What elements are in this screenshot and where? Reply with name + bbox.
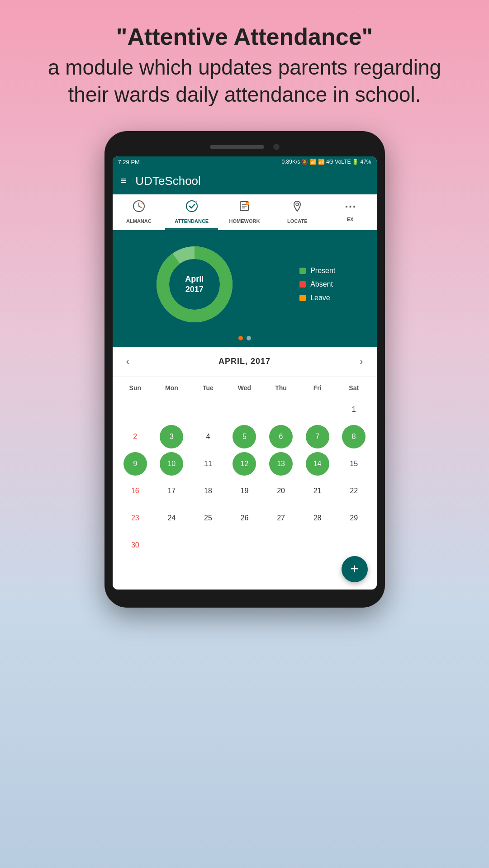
table-row[interactable]: 24 [160, 506, 183, 530]
table-row[interactable]: 6 [269, 425, 293, 448]
status-time: 7:29 PM [118, 159, 140, 165]
legend-leave: Leave [299, 294, 335, 302]
tab-attendance[interactable]: ATTENDANCE [165, 194, 218, 230]
promo-title: "Attentive Attendance" [48, 23, 441, 51]
promo-text-block: "Attentive Attendance" a module which up… [12, 0, 477, 127]
attendance-icon [185, 200, 198, 216]
app-header: ≡ UDTeSchool [113, 168, 377, 194]
calendar-header: ‹ APRIL, 2017 › [113, 347, 377, 377]
locate-icon [291, 200, 304, 216]
table-row[interactable]: 7 [306, 425, 329, 448]
table-row[interactable]: 17 [160, 479, 183, 503]
tab-locate[interactable]: LOCATE [271, 194, 324, 230]
day-tue: Tue [190, 382, 227, 394]
day-mon: Mon [153, 382, 190, 394]
phone-mockup: 7:29 PM 0.89K/s 🔕 📶 📶 4G VoLTE 🔋 47% ≡ U… [104, 131, 385, 608]
dot-1[interactable] [238, 336, 243, 340]
next-month-button[interactable]: › [355, 354, 367, 369]
table-row[interactable]: 20 [269, 479, 293, 503]
tab-almanac[interactable]: ALMANAC [113, 194, 166, 230]
day-wed: Wed [226, 382, 263, 394]
table-row[interactable]: 30 [123, 533, 147, 557]
table-row[interactable]: 8 [342, 425, 366, 448]
day-sat: Sat [336, 382, 372, 394]
table-row[interactable]: 19 [233, 479, 256, 503]
table-row[interactable]: 2 [123, 425, 147, 448]
table-row [123, 398, 147, 421]
table-row[interactable]: 25 [196, 506, 220, 530]
day-fri: Fri [299, 382, 336, 394]
speaker-grille [210, 145, 264, 149]
absent-dot [299, 281, 306, 288]
donut-chart: April 2017 [154, 244, 235, 325]
table-row[interactable]: 21 [306, 479, 329, 503]
tab-homework[interactable]: ✏ HOMEWORK [218, 194, 271, 230]
ex-icon: ⋯ [344, 200, 356, 214]
table-row [160, 533, 183, 557]
table-row[interactable]: 9 [123, 452, 147, 476]
app-title: UDTeSchool [135, 174, 201, 188]
present-label: Present [310, 267, 335, 275]
absent-label: Absent [310, 280, 333, 288]
table-row[interactable]: 4 [196, 425, 220, 448]
table-row [306, 533, 329, 557]
tab-locate-label: LOCATE [287, 218, 307, 224]
table-row [269, 398, 293, 421]
promo-description: a module which updates parents regarding… [48, 54, 441, 108]
tabs-bar: ALMANAC ATTENDANCE [113, 194, 377, 230]
status-right-info: 0.89K/s 🔕 📶 📶 4G VoLTE 🔋 47% [282, 159, 371, 165]
pagination-dots [113, 336, 377, 347]
table-row [306, 398, 329, 421]
donut-label: April 2017 [185, 274, 204, 295]
chart-section: April 2017 Present Absent Leave [113, 230, 377, 336]
table-row [196, 398, 220, 421]
table-row[interactable]: 13 [269, 452, 293, 476]
phone-top-bar [113, 144, 377, 150]
table-row[interactable]: 22 [342, 479, 366, 503]
table-row[interactable]: 26 [233, 506, 256, 530]
table-row[interactable]: 12 [233, 452, 256, 476]
table-row[interactable]: 16 [123, 479, 147, 503]
front-camera [273, 144, 280, 150]
table-row [160, 398, 183, 421]
table-row[interactable]: 5 [233, 425, 256, 448]
hamburger-menu-icon[interactable]: ≡ [121, 175, 127, 187]
tab-ex[interactable]: ⋯ EX [324, 194, 377, 230]
table-row[interactable]: 1 [342, 398, 366, 421]
table-row [233, 533, 256, 557]
table-row[interactable]: 14 [306, 452, 329, 476]
legend-absent: Absent [299, 280, 335, 288]
calendar-days: 1234567891011121314151617181920212223242… [117, 397, 372, 558]
table-row[interactable]: 15 [342, 452, 366, 476]
day-sun: Sun [117, 382, 154, 394]
table-row[interactable]: 3 [160, 425, 183, 448]
fab-container: + [113, 567, 377, 590]
day-thu: Thu [263, 382, 299, 394]
tab-attendance-label: ATTENDANCE [175, 218, 209, 224]
calendar-grid: Sun Mon Tue Wed Thu Fri Sat 123456789101… [113, 377, 377, 567]
calendar-section: ‹ APRIL, 2017 › Sun Mon Tue Wed Thu Fri … [113, 347, 377, 567]
table-row[interactable]: 10 [160, 452, 183, 476]
present-dot [299, 268, 306, 274]
fab-button[interactable]: + [342, 556, 368, 582]
calendar-month-year: APRIL, 2017 [218, 357, 271, 366]
phone-screen: 7:29 PM 0.89K/s 🔕 📶 📶 4G VoLTE 🔋 47% ≡ U… [113, 156, 377, 590]
tab-ex-label: EX [347, 217, 354, 222]
table-row[interactable]: 18 [196, 479, 220, 503]
svg-point-8 [296, 203, 299, 206]
dot-2[interactable] [247, 336, 251, 340]
table-row [196, 533, 220, 557]
table-row[interactable]: 29 [342, 506, 366, 530]
table-row[interactable]: 23 [123, 506, 147, 530]
table-row[interactable]: 28 [306, 506, 329, 530]
table-row [233, 398, 256, 421]
tab-almanac-label: ALMANAC [126, 218, 152, 224]
day-headers-row: Sun Mon Tue Wed Thu Fri Sat [117, 382, 372, 394]
tab-homework-label: HOMEWORK [229, 218, 260, 224]
homework-icon: ✏ [238, 200, 251, 216]
table-row[interactable]: 27 [269, 506, 293, 530]
prev-month-button[interactable]: ‹ [122, 354, 134, 369]
chart-legend: Present Absent Leave [299, 267, 335, 302]
table-row [269, 533, 293, 557]
table-row[interactable]: 11 [196, 452, 220, 476]
